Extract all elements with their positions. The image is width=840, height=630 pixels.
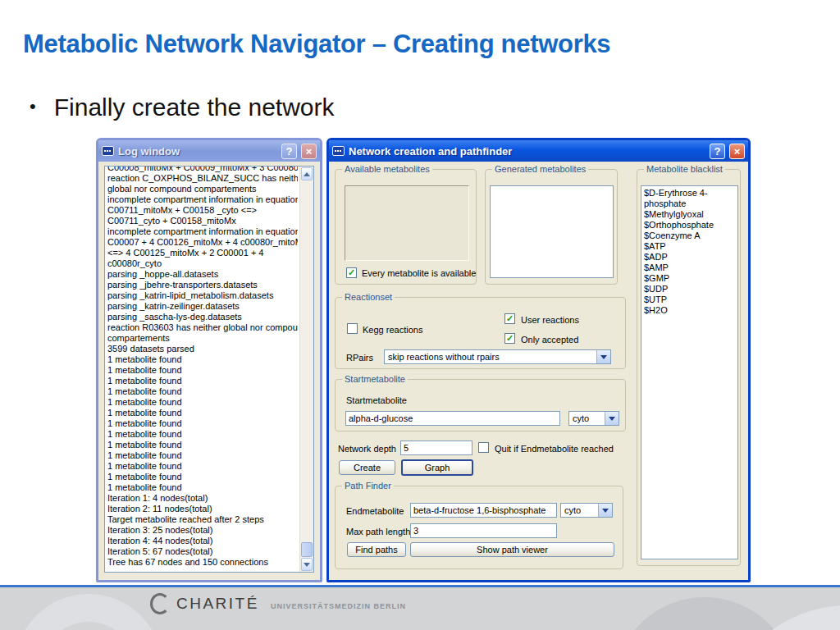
chevron-down-icon[interactable] xyxy=(596,350,610,363)
charite-c-icon xyxy=(150,593,170,614)
create-button[interactable]: Create xyxy=(339,460,395,475)
log-line: C00711_mitoMx + C00158 _cyto <=> xyxy=(107,205,298,216)
endmetabolite-input[interactable] xyxy=(410,503,557,518)
log-line: Iteration 1: 4 nodes(total) xyxy=(107,493,298,504)
network-window-title: Network creation and pathfinder xyxy=(349,145,705,158)
log-scrollbar[interactable] xyxy=(299,167,313,572)
log-line: 1 metabolite found xyxy=(107,386,298,397)
bullet-item: •Finally create the network xyxy=(30,94,335,121)
log-line: parsing _hoppe-all.datasets xyxy=(107,269,298,280)
blacklist-item[interactable]: $Methylglyoxal xyxy=(644,209,735,220)
window-icon xyxy=(102,146,114,156)
log-content: C00008_mitoMx + C00009_mitoMx + 3 C00080… xyxy=(107,166,298,572)
rpairs-label: RPairs xyxy=(346,353,373,363)
blacklist-item[interactable]: $D-Erythrose 4-phosphate xyxy=(644,188,735,209)
log-line: reaction C_OXPHOS_BILANZ_SUCC has neithe… xyxy=(107,173,298,184)
generated-metabolites-list[interactable] xyxy=(490,185,614,278)
blacklist-list[interactable]: $D-Erythrose 4-phosphate$Methylglyoxal$O… xyxy=(641,185,738,559)
blacklist-item[interactable]: $AMP xyxy=(644,262,735,273)
bullet-marker: • xyxy=(30,96,36,116)
close-icon[interactable]: × xyxy=(301,144,317,159)
blacklist-item[interactable]: $Coenzyme A xyxy=(644,231,735,241)
log-line: 1 metabolite found xyxy=(107,461,298,472)
network-depth-input[interactable] xyxy=(400,441,472,455)
log-line: parsing _jbehre-transporters.datasets xyxy=(107,280,298,290)
log-text-area[interactable]: C00008_mitoMx + C00009_mitoMx + 3 C00080… xyxy=(104,166,314,573)
find-paths-button[interactable]: Find paths xyxy=(347,542,406,557)
user-reactions-label: User reactions xyxy=(521,315,579,325)
close-icon[interactable]: × xyxy=(729,144,745,159)
quit-endmetabolite-checkbox[interactable] xyxy=(478,442,489,453)
chevron-down-icon[interactable] xyxy=(598,504,612,517)
blacklist-item[interactable]: $UTP xyxy=(644,294,735,305)
network-window-client: Available metabolites ✓ Every metabolite… xyxy=(329,162,748,580)
group-caption: Available metabolites xyxy=(342,164,432,174)
log-line: incomplete compartment information in eq… xyxy=(107,194,298,205)
available-metabolites-box[interactable] xyxy=(345,185,469,261)
max-path-length-input[interactable] xyxy=(410,523,557,538)
group-caption: Metabolite blacklist xyxy=(644,164,725,174)
user-reactions-checkbox[interactable]: ✓ xyxy=(504,313,515,324)
rpairs-combobox[interactable]: skip reactions without rpairs xyxy=(384,349,611,364)
chevron-down-icon[interactable] xyxy=(605,412,619,425)
log-line: reaction R03603 has neither global nor c… xyxy=(107,322,298,333)
charite-logo: CHARITÉ UNIVERSITÄTSMEDIZIN BERLIN xyxy=(150,593,406,614)
log-line: <=> 4 C00125_mitoMx + 2 C00001 + 4 xyxy=(107,248,298,258)
help-icon[interactable]: ? xyxy=(710,144,725,159)
network-window: Network creation and pathfinder ? × Avai… xyxy=(326,138,751,582)
group-path-finder: Path Finder Endmetabolite cyto Max path … xyxy=(335,486,623,569)
log-line: C00007 + 4 C00126_mitoMx + 4 c00080r_mit… xyxy=(107,237,298,248)
endmetabolite-label: Endmetabolite xyxy=(346,506,404,516)
log-line: 1 metabolite found xyxy=(107,450,298,461)
log-line: 1 metabolite found xyxy=(107,376,298,386)
show-path-viewer-button[interactable]: Show path viewer xyxy=(410,542,614,557)
log-line: 1 metabolite found xyxy=(107,482,298,493)
scrollbar-thumb[interactable] xyxy=(301,542,313,557)
blacklist-item[interactable]: $Orthophosphate xyxy=(644,220,735,231)
scroll-up-icon[interactable] xyxy=(301,167,313,180)
log-line: compartements xyxy=(107,333,298,344)
blacklist-item[interactable]: $GMP xyxy=(644,273,735,284)
end-compartment-combobox[interactable]: cyto xyxy=(560,503,613,518)
log-line: parsing _katrin-zeilinger.datasets xyxy=(107,301,298,312)
blacklist-item[interactable]: $ADP xyxy=(644,252,735,262)
blacklist-item[interactable]: $H2O xyxy=(644,305,735,316)
window-icon xyxy=(332,146,345,156)
only-accepted-checkbox[interactable]: ✓ xyxy=(504,333,515,344)
network-window-titlebar[interactable]: Network creation and pathfinder ? × xyxy=(329,140,748,162)
checkmark-icon: ✓ xyxy=(506,314,514,323)
kegg-reactions-checkbox[interactable] xyxy=(347,323,358,334)
group-generated-metabolites: Generated metabolites xyxy=(485,169,618,285)
log-window-titlebar[interactable]: Log window ? × xyxy=(98,140,320,162)
group-caption: Generated metabolites xyxy=(492,164,588,174)
scroll-down-icon[interactable] xyxy=(301,558,313,571)
startmetabolite-input[interactable] xyxy=(345,411,560,426)
footer-ring-decoration xyxy=(15,594,162,630)
log-line: parsing _katrin-lipid_metabolism.dataset… xyxy=(107,290,298,301)
log-window-title: Log window xyxy=(118,145,277,158)
blacklist-item[interactable]: $ATP xyxy=(644,241,735,252)
graph-button[interactable]: Graph xyxy=(401,459,473,476)
help-icon[interactable]: ? xyxy=(281,144,297,159)
group-caption: Path Finder xyxy=(342,481,394,491)
every-metabolite-label: Every metabolite is available xyxy=(362,268,476,278)
log-line: Iteration 3: 25 nodes(total) xyxy=(107,525,298,536)
blacklist-item[interactable]: $UDP xyxy=(644,284,735,294)
group-caption: Startmetabolite xyxy=(342,374,408,384)
startmetabolite-label: Startmetabolite xyxy=(346,395,407,405)
log-line: c00080r_cyto xyxy=(107,258,298,269)
log-line: C00008_mitoMx + C00009_mitoMx + 3 C00080… xyxy=(107,166,298,173)
start-compartment-combobox[interactable]: cyto xyxy=(568,411,619,426)
quit-endmetabolite-label: Quit if Endmetabolite reached xyxy=(495,444,614,454)
checkmark-icon: ✓ xyxy=(506,334,514,343)
log-line: incomplete compartment information in eq… xyxy=(107,226,298,237)
log-line: 1 metabolite found xyxy=(107,418,298,429)
rpairs-value: skip reactions without rpairs xyxy=(385,352,596,362)
every-metabolite-checkbox[interactable]: ✓ xyxy=(346,267,357,278)
log-line: Iteration 4: 44 nodes(total) xyxy=(107,536,298,546)
group-metabolite-blacklist: Metabolite blacklist $D-Erythrose 4-phos… xyxy=(637,169,741,566)
log-line: 1 metabolite found xyxy=(107,397,298,408)
group-caption: Reactionset xyxy=(342,292,395,302)
kegg-reactions-label: Kegg reactions xyxy=(363,325,422,335)
charite-brand-text: CHARITÉ xyxy=(176,595,259,613)
